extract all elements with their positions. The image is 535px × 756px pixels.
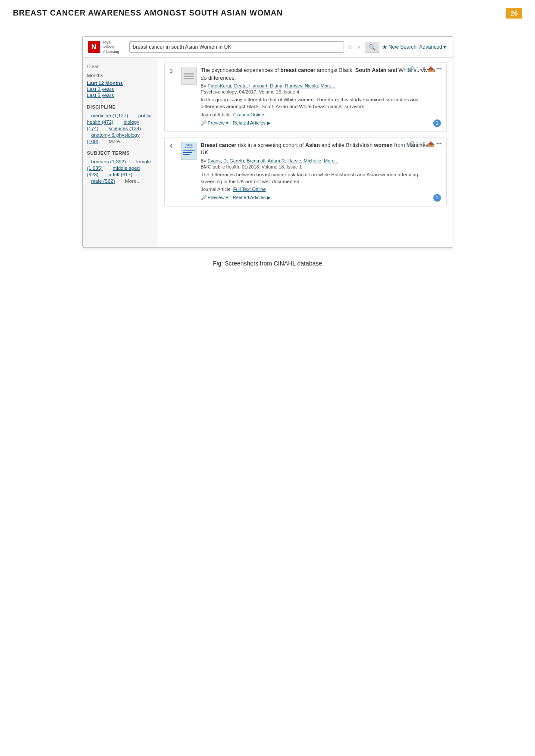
results-area: 🔗 " 🖨 📤 ••• 3 xyxy=(158,58,453,247)
result-journal-4: BMC public health, 01/2018, Volume 18, I… xyxy=(201,164,441,169)
author-harcourt[interactable]: Harcourt, Diana xyxy=(249,83,282,88)
magnifier-icon: 🔍 xyxy=(369,44,375,50)
quote-icon-3[interactable]: " xyxy=(416,66,418,72)
result-badge-3: 1 xyxy=(433,119,441,127)
subject-heading: SUBJECT TERMS xyxy=(83,148,158,156)
result-toolbar-4: 🔗 " 🖨 📤 ••• xyxy=(408,141,442,147)
result-authors-4: By Evans, D; Gareth; Brentnall, Adam R; … xyxy=(201,158,441,163)
export-icon-4[interactable]: 📤 xyxy=(428,141,434,147)
thumb-line xyxy=(184,76,194,77)
subject-humans[interactable]: humans (1,392) xyxy=(87,158,131,165)
quote-icon-4[interactable]: " xyxy=(416,141,418,147)
result-type-3: Journal Article Citation Online xyxy=(201,112,441,117)
result-snippet-4: The differences between breast cancer ri… xyxy=(201,171,441,185)
result-journal-3: Psycho-oncology, 04/2017, Volume 26, Iss… xyxy=(201,89,441,94)
result-actions-3: 🔎 Preview ▾ Related Articles ▶ 1 xyxy=(201,119,441,127)
author-evans[interactable]: Evans, D xyxy=(207,158,227,163)
print-icon-3[interactable]: 🖨 xyxy=(420,66,425,72)
fig-caption: Fig: Screenshots from CINAHL database xyxy=(0,260,535,267)
export-icon-3[interactable]: 📤 xyxy=(428,66,434,72)
sidebar-clear-link[interactable]: Clear xyxy=(87,63,153,70)
result-number-4: 4 xyxy=(170,142,177,149)
subject-list: humans (1,392) female (1,035) middle age… xyxy=(83,156,158,186)
result-thumbnail-4: Public Health xyxy=(181,142,197,160)
logo-text: Royal College of Nursing xyxy=(102,40,123,54)
subject-more[interactable]: More... xyxy=(121,178,145,184)
result-body-4: Breast cancer risk in a screening cohort… xyxy=(201,142,441,202)
page-title: BREAST CANCER AWARENESS AMONGST SOUTH AS… xyxy=(13,9,283,18)
discipline-medicine[interactable]: medicine (1,127) xyxy=(87,112,133,119)
search-input[interactable] xyxy=(129,41,344,53)
result-body-3: The psychosocial experiences of breast c… xyxy=(201,67,441,127)
subject-male[interactable]: male (562) xyxy=(87,178,119,184)
discipline-more[interactable]: More... xyxy=(104,138,128,145)
result-title-4: Breast cancer risk in a screening cohort… xyxy=(201,142,441,157)
cinahl-screenshot: N Royal College of Nursing ☆ ✕ 🔍 ★ New S… xyxy=(82,36,453,248)
result-number-3: 3 xyxy=(170,67,177,74)
thumb-chart-4 xyxy=(183,150,195,156)
discipline-sciences[interactable]: sciences (138) xyxy=(104,125,145,132)
result-title-3: The psychosocial experiences of breast c… xyxy=(201,67,441,82)
header-icons: ☆ ✕ 🔍 ★ New Search Advanced▼ xyxy=(347,42,447,53)
author-more-3[interactable]: More... xyxy=(321,83,335,88)
thumb-lines-3 xyxy=(184,72,194,80)
header-sep: ✕ xyxy=(357,44,361,50)
sidebar-date-filters: Last 12 Months Last 3 years Last 5 years xyxy=(83,78,158,100)
link-icon-3[interactable]: 🔗 xyxy=(408,66,414,72)
sidebar-last12months[interactable]: Last 12 Months xyxy=(87,80,153,86)
sidebar-last3years[interactable]: Last 3 years xyxy=(87,86,153,92)
cinahl-logo: N Royal College of Nursing xyxy=(88,40,123,54)
result-snippet-3: In this group is any different to that o… xyxy=(201,96,441,110)
new-search-star-icon: ★ xyxy=(382,44,388,50)
logo-n-letter: N xyxy=(88,41,100,53)
cinahl-header: N Royal College of Nursing ☆ ✕ 🔍 ★ New S… xyxy=(83,37,453,58)
print-icon-4[interactable]: 🖨 xyxy=(420,141,425,147)
sidebar: Clear Months Last 12 Months Last 3 years… xyxy=(83,58,158,247)
result-badge-4: 1 xyxy=(433,194,441,202)
preview-icon-4: 🔎 xyxy=(201,195,207,200)
result-actions-4: 🔎 Preview ▾ Related Articles ▶ 1 xyxy=(201,194,441,202)
result-toolbar-3: 🔗 " 🖨 📤 ••• xyxy=(408,66,442,72)
author-gareth[interactable]: Gareth xyxy=(229,158,244,163)
full-text-link-4[interactable]: Full Text Online xyxy=(233,187,266,192)
result-thumbnail-3 xyxy=(181,67,197,85)
author-brentnall[interactable]: Brentnall, Adam R xyxy=(247,158,285,163)
result-type-4: Journal Article Full Text Online xyxy=(201,187,441,192)
related-button-3[interactable]: Related Articles ▶ xyxy=(233,120,270,126)
more-icon-4[interactable]: ••• xyxy=(436,141,442,147)
result-card-3: 🔗 " 🖨 📤 ••• 3 xyxy=(164,62,447,131)
discipline-heading: DISCIPLINE xyxy=(83,102,158,110)
new-search-button[interactable]: ★ New Search xyxy=(382,44,416,50)
result-card-4: 🔗 " 🖨 📤 ••• 4 Public Health xyxy=(164,137,447,206)
related-button-4[interactable]: Related Articles ▶ xyxy=(233,195,270,200)
advanced-button[interactable]: Advanced▼ xyxy=(419,44,447,50)
preview-button-3[interactable]: 🔎 Preview ▾ xyxy=(201,120,228,126)
more-icon-3[interactable]: ••• xyxy=(436,66,442,72)
search-button[interactable]: 🔍 xyxy=(365,42,379,53)
star-icon[interactable]: ☆ xyxy=(347,44,353,50)
link-icon-4[interactable]: 🔗 xyxy=(408,141,414,147)
author-patel-kerai[interactable]: Patel-Kerai, Geeta xyxy=(207,83,247,88)
discipline-list: medicine (1,127) public health (472) bio… xyxy=(83,110,158,146)
author-harvie[interactable]: Harvie, Michelle xyxy=(288,158,321,163)
subject-adult[interactable]: adult (617) xyxy=(104,171,137,178)
page-number-badge: 26 xyxy=(506,8,522,19)
citation-online-link-3[interactable]: Citation Online xyxy=(233,112,264,117)
result-authors-3: By Patel-Kerai, Geeta; Harcourt, Diana; … xyxy=(201,83,441,88)
result-header-3: 3 The psychosocial experiences of breast… xyxy=(170,67,441,127)
cinahl-content: Clear Months Last 12 Months Last 3 years… xyxy=(83,58,453,247)
thumb-label-4: Public Health xyxy=(182,144,195,149)
sidebar-clear-section: Clear xyxy=(83,61,158,72)
thumb-line xyxy=(184,73,194,74)
page-header: BREAST CANCER AWARENESS AMONGST SOUTH AS… xyxy=(0,0,535,24)
thumb-line xyxy=(184,78,194,79)
preview-button-4[interactable]: 🔎 Preview ▾ xyxy=(201,195,228,200)
thumb-line xyxy=(184,75,194,75)
result-header-4: 4 Public Health Breast cancer risk in a … xyxy=(170,142,441,202)
author-rumsey[interactable]: Rumsey, Nicola xyxy=(285,83,318,88)
sidebar-last5years[interactable]: Last 5 years xyxy=(87,92,153,98)
author-more-4[interactable]: More... xyxy=(324,158,338,163)
months-filter-label: Months xyxy=(83,72,158,78)
preview-icon-3: 🔎 xyxy=(201,120,207,126)
